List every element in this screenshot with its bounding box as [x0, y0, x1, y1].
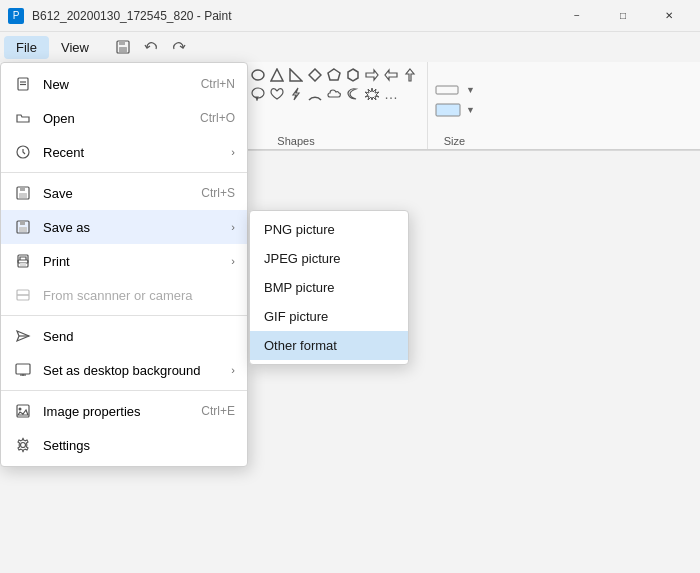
saveas-gif[interactable]: GIF picture [250, 302, 408, 331]
saveas-bmp[interactable]: BMP picture [250, 273, 408, 302]
menu-item-saveas[interactable]: Save as › PNG picture JPEG picture BMP p… [1, 210, 247, 244]
menu-item-desktop[interactable]: Set as desktop background › [1, 353, 247, 387]
recent-arrow: › [231, 146, 235, 158]
open-shortcut: Ctrl+O [200, 111, 235, 125]
desktop-icon [13, 360, 33, 380]
new-shortcut: Ctrl+N [201, 77, 235, 91]
saveas-submenu: PNG picture JPEG picture BMP picture GIF… [249, 210, 409, 365]
menu-item-imgprop[interactable]: Image properties Ctrl+E [1, 394, 247, 428]
print-icon [13, 251, 33, 271]
saveas-png[interactable]: PNG picture [250, 215, 408, 244]
file-menu-panel: New Ctrl+N Open Ctrl+O Recent › Save Ctr… [0, 62, 248, 467]
send-label: Send [43, 329, 235, 344]
svg-rect-50 [20, 263, 26, 266]
svg-point-58 [19, 408, 22, 411]
menu-item-new[interactable]: New Ctrl+N [1, 67, 247, 101]
separator-3 [1, 390, 247, 391]
saveas-icon [13, 217, 33, 237]
recent-icon [13, 142, 33, 162]
svg-rect-43 [20, 187, 25, 191]
svg-point-59 [21, 443, 26, 448]
menu-item-settings[interactable]: Settings [1, 428, 247, 462]
send-icon [13, 326, 33, 346]
desktop-label: Set as desktop background [43, 363, 227, 378]
saveas-other[interactable]: Other format [250, 331, 408, 360]
settings-label: Settings [43, 438, 235, 453]
open-label: Open [43, 111, 200, 126]
saveas-label: Save as [43, 220, 227, 235]
menu-item-save[interactable]: Save Ctrl+S [1, 176, 247, 210]
menu-item-scan: From scannner or camera [1, 278, 247, 312]
svg-rect-44 [19, 193, 27, 198]
save-shortcut: Ctrl+S [201, 186, 235, 200]
separator-2 [1, 315, 247, 316]
svg-rect-47 [19, 227, 27, 232]
saveas-jpeg[interactable]: JPEG picture [250, 244, 408, 273]
imgprop-label: Image properties [43, 404, 201, 419]
save-label: Save [43, 186, 201, 201]
saveas-arrow: › [231, 221, 235, 233]
print-arrow: › [231, 255, 235, 267]
new-label: New [43, 77, 201, 92]
imgprop-shortcut: Ctrl+E [201, 404, 235, 418]
new-icon [13, 74, 33, 94]
imgprop-icon [13, 401, 33, 421]
print-label: Print [43, 254, 227, 269]
menu-item-print[interactable]: Print › [1, 244, 247, 278]
menu-item-open[interactable]: Open Ctrl+O [1, 101, 247, 135]
menu-item-recent[interactable]: Recent › [1, 135, 247, 169]
svg-rect-54 [16, 364, 30, 374]
menu-item-send[interactable]: Send [1, 319, 247, 353]
scan-icon [13, 285, 33, 305]
desktop-arrow: › [231, 364, 235, 376]
settings-icon [13, 435, 33, 455]
separator-1 [1, 172, 247, 173]
dropdown-overlay: New Ctrl+N Open Ctrl+O Recent › Save Ctr… [0, 0, 700, 573]
recent-label: Recent [43, 145, 227, 160]
scan-label: From scannner or camera [43, 288, 235, 303]
open-icon [13, 108, 33, 128]
svg-rect-46 [20, 221, 25, 225]
save-icon [13, 183, 33, 203]
